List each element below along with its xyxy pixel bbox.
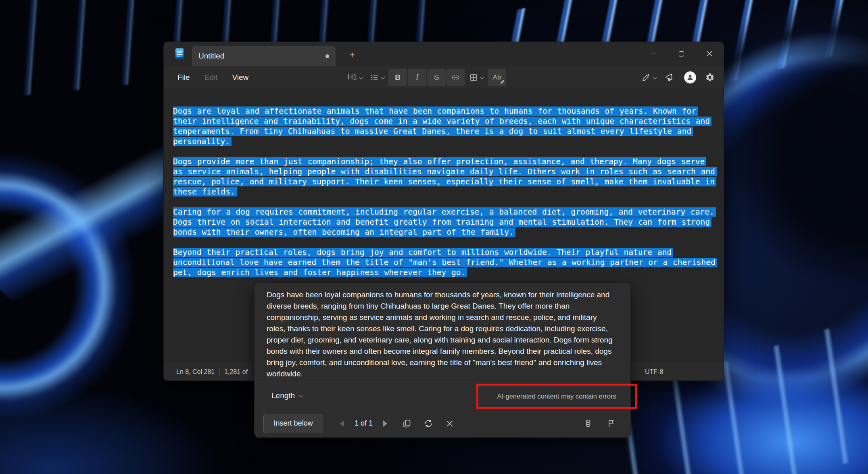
credits-coins-icon — [583, 419, 593, 428]
settings-button[interactable] — [702, 69, 718, 86]
ai-disclaimer-text: AI-generated content may contain errors — [497, 393, 616, 400]
list-dropdown[interactable] — [367, 69, 388, 86]
maximize-icon — [679, 51, 684, 56]
close-button[interactable] — [695, 42, 724, 65]
selected-text-line: Dogs thrive on social interaction and be… — [173, 217, 724, 227]
paragraph: Dogs are loyal and affectionate animals … — [173, 106, 724, 146]
maximize-button[interactable] — [667, 42, 695, 65]
statusbar-divider — [219, 368, 220, 376]
annotation-red-box: AI-generated content may contain errors — [476, 384, 637, 409]
chevron-down-icon — [653, 74, 657, 79]
menu-view[interactable]: View — [225, 70, 255, 85]
person-icon — [686, 73, 694, 81]
avatar — [684, 71, 696, 84]
link-icon — [451, 73, 461, 82]
ai-rewrite-pen-icon — [641, 73, 651, 82]
titlebar-right-toolbar — [639, 66, 718, 88]
popup-meta-icons — [580, 415, 620, 432]
chevron-down-icon — [480, 74, 484, 79]
table-icon — [469, 73, 478, 82]
tab-title: Untitled — [198, 52, 224, 61]
italic-icon: I — [416, 73, 419, 82]
length-label: Length — [271, 391, 295, 400]
dismiss-button[interactable] — [441, 415, 458, 432]
statusbar-divider — [637, 368, 637, 376]
char-count: 1,281 of — [224, 363, 248, 380]
ai-summary-popup: Dogs have been loyal companions to human… — [254, 282, 631, 438]
editor-text: Dogs are loyal and affectionate animals … — [173, 106, 724, 278]
popup-actions-row: Insert below 1 of 1 — [255, 409, 630, 438]
heading-label: H1 — [348, 73, 357, 81]
menu-edit[interactable]: Edit — [198, 70, 224, 85]
selected-text-line: their intelligence and trainability, dog… — [173, 116, 724, 126]
selected-text-line: rescue, police, and military support. Th… — [173, 177, 724, 187]
next-icon[interactable] — [383, 420, 387, 427]
selected-text-line: Dogs are loyal and affectionate animals … — [173, 106, 724, 116]
megaphone-icon — [665, 72, 676, 83]
cursor-position: Ln 8, Col 281 — [176, 363, 215, 380]
rewrite-dropdown[interactable] — [639, 69, 659, 86]
selected-text-line: bonds with their owners, often becoming … — [173, 227, 724, 237]
notepad-icon — [174, 48, 185, 60]
selected-text-line: as service animals, helping people with … — [173, 167, 724, 177]
previous-icon[interactable] — [340, 420, 344, 427]
refresh-icon — [424, 419, 433, 428]
chevron-down-icon — [299, 393, 303, 397]
unsaved-indicator-dot — [326, 54, 329, 58]
heading-dropdown[interactable]: H1 — [344, 69, 366, 86]
tab-untitled[interactable]: Untitled — [192, 46, 336, 66]
popup-action-icons — [399, 415, 458, 432]
feedback-button[interactable] — [662, 69, 678, 86]
selected-text-line: Beyond their practical roles, dogs bring… — [173, 247, 724, 257]
insert-below-button[interactable]: Insert below — [263, 414, 323, 433]
bold-button[interactable]: B — [388, 69, 407, 86]
selected-text-line: temperaments. From tiny Chihuahuas to ma… — [173, 126, 724, 136]
credits-button[interactable] — [580, 415, 597, 432]
paragraph: Caring for a dog requires commitment, in… — [173, 207, 724, 237]
selected-text-line: personality. — [173, 136, 724, 146]
italic-button[interactable]: I — [408, 69, 426, 86]
page-indicator: 1 of 1 — [355, 419, 373, 428]
copy-button[interactable] — [399, 415, 415, 432]
menu-file[interactable]: File — [171, 70, 196, 85]
account-button[interactable] — [682, 69, 699, 86]
link-button[interactable] — [447, 69, 465, 86]
chevron-down-icon — [380, 74, 385, 79]
bullet-list-icon — [370, 73, 379, 82]
gear-icon — [705, 73, 715, 82]
strikethrough-icon: S — [434, 73, 439, 82]
ai-summary-text: Dogs have been loyal companions to human… — [267, 289, 613, 381]
selected-text-line: Dogs provide more than just companionshi… — [173, 157, 724, 167]
selected-text-line: pet, dogs enrich lives and foster happin… — [173, 267, 724, 278]
clear-format-icon: Ab — [493, 73, 501, 81]
pager: 1 of 1 — [340, 419, 387, 428]
selected-text-line: these fields. — [173, 187, 724, 197]
regenerate-button[interactable] — [420, 415, 437, 432]
paragraph: Beyond their practical roles, dogs bring… — [173, 247, 724, 278]
bold-icon: B — [395, 73, 401, 82]
copy-icon — [402, 419, 412, 428]
close-icon — [446, 420, 454, 428]
report-button[interactable] — [603, 415, 620, 432]
length-dropdown[interactable]: Length — [267, 388, 307, 403]
selected-text-line: Caring for a dog requires commitment, in… — [173, 207, 724, 217]
encoding: UTF-8 — [645, 363, 663, 380]
titlebar[interactable]: Untitled + — [164, 42, 724, 66]
wallpaper-bottomleft-glow — [0, 383, 222, 474]
chevron-down-icon — [359, 74, 363, 79]
strikethrough-button[interactable]: S — [427, 69, 446, 86]
new-tab-button[interactable]: + — [344, 48, 360, 62]
format-toolbar: H1 B I S Ab — [344, 66, 506, 88]
table-dropdown[interactable] — [466, 69, 487, 86]
clear-format-button[interactable]: Ab — [488, 69, 506, 86]
selected-text-line: unconditional love have earned them the … — [173, 257, 724, 267]
minimize-icon — [650, 54, 656, 54]
report-flag-icon — [607, 419, 616, 428]
minimize-button[interactable] — [639, 42, 667, 65]
paragraph: Dogs provide more than just companionshi… — [173, 157, 724, 197]
close-icon — [707, 51, 712, 56]
